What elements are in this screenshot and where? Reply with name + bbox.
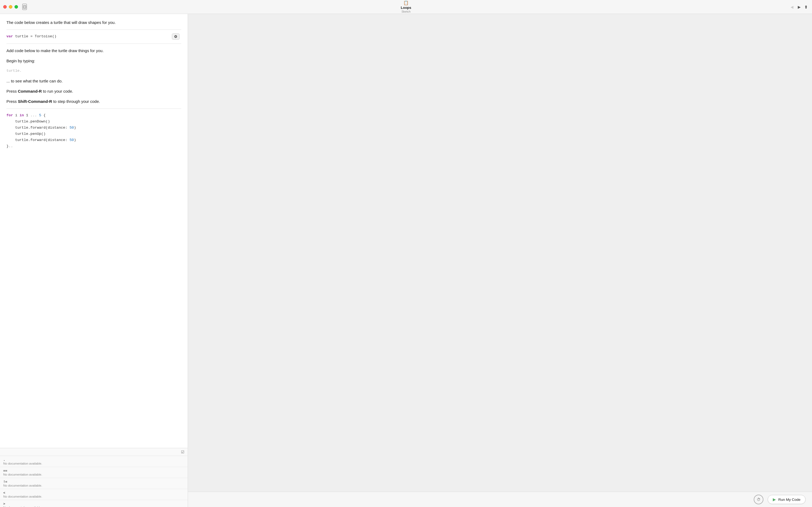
docs-item-desc-2: No documentation available. [3,484,184,487]
code-block-2: turtle. [6,68,181,74]
kw-for: for [6,113,13,117]
code-block-1-pre: var turtle = Tortoise() [6,34,181,40]
docs-item-1: == No documentation available. [0,467,188,478]
code-run-button-1[interactable]: ⚙ [172,33,180,40]
speed-button[interactable]: ⏱ [754,495,763,504]
code-block-loop-pre: for i in 1 ... 5 { turtle.penDown() turt… [6,113,181,150]
docs-collapse-button[interactable]: ☑ [181,450,184,454]
sidebar-toggle-button[interactable]: ⊡ [22,4,27,10]
speed-icon: ⏱ [757,497,760,502]
right-panel: ⏱ ▶ Run My Code [188,14,812,507]
num-50-1: 50 [69,126,74,130]
docs-item-key-0: . [3,458,184,462]
divider-1 [6,30,181,30]
docs-item-2: != No documentation available. [0,478,188,489]
instruction-4: Press Command-R to run your code. [6,88,181,95]
run-code-label: Run My Code [778,498,801,502]
ellipsis-2: .. [9,144,13,148]
docs-item-desc-4: No documentation available. [3,506,184,507]
main-layout: The code below creates a turtle that wil… [0,14,812,507]
docs-item-key-2: != [3,480,184,484]
run-code-button[interactable]: ▶ Run My Code [768,495,806,504]
titlebar-title: Loops [401,6,411,10]
editor-area: The code below creates a turtle that wil… [0,14,188,448]
instruction-4-prefix: Press [6,89,18,94]
code-turtle-dot: turtle. [6,69,22,73]
instruction-3: ... to see what the turtle can do. [6,78,181,84]
instruction-5-prefix: Press [6,99,18,104]
docs-panel: ☑ . No documentation available. == No do… [0,448,188,507]
kw-in: in [19,113,24,117]
docs-item-desc-1: No documentation available. [3,473,184,476]
titlebar-subtitle: Sketch [401,10,411,13]
docs-item-key-1: == [3,468,184,472]
titlebar: ⊡ 📋 Loops Sketch ◀ ▶ + ⬆ [0,0,812,14]
code-block-1: var turtle = Tortoise() ⚙ [6,34,181,40]
instruction-5-suffix: to step through your code. [52,99,100,104]
docs-item-desc-3: No documentation available. [3,495,184,498]
intro-text: The code below creates a turtle that wil… [6,19,181,26]
left-panel: The code below creates a turtle that wil… [0,14,188,507]
kw-var: var [6,35,13,39]
speed-circle: ⏱ [754,495,763,504]
share-button[interactable]: ⬆ [804,4,808,9]
instruction-5: Press Shift-Command-R to step through yo… [6,98,181,105]
minimize-button[interactable] [9,5,12,9]
instruction-2: Begin by typing: [6,58,181,64]
docs-item-desc-0: No documentation available. [3,462,184,465]
num-5: 5 [39,113,41,117]
docs-item-3: < No documentation available. [0,489,188,500]
code-block-loop[interactable]: for i in 1 ... 5 { turtle.penDown() turt… [6,113,181,150]
nav-back-button[interactable]: ◀ [789,4,795,10]
canvas-area [188,14,812,492]
nav-forward-button[interactable]: ▶ [796,4,802,10]
traffic-lights [3,5,18,9]
code-turtle-assign: turtle = Tortoise() [15,35,56,39]
docs-item-key-3: < [3,491,184,495]
docs-item-0: . No documentation available. [0,456,188,467]
close-button[interactable] [3,5,7,9]
instruction-4-bold: Command-R [18,89,42,94]
docs-item-key-4: > [3,502,184,506]
instruction-1: Add code below to make the turtle draw t… [6,48,181,54]
document-icon: 📋 [403,0,409,5]
instruction-5-bold: Shift-Command-R [18,99,52,104]
instruction-4-suffix: to run your code. [42,89,73,94]
titlebar-center: 📋 Loops Sketch [401,0,411,13]
num-50-2: 50 [69,138,74,142]
code-block-2-pre: turtle. [6,68,181,74]
docs-panel-header: ☑ [0,448,188,456]
ellipsis-1: ... [31,113,37,117]
docs-item-4: > No documentation available. [0,500,188,507]
bottom-bar: ⏱ ▶ Run My Code [188,492,812,507]
play-icon: ▶ [773,497,776,502]
maximize-button[interactable] [14,5,18,9]
divider-2 [6,44,181,44]
